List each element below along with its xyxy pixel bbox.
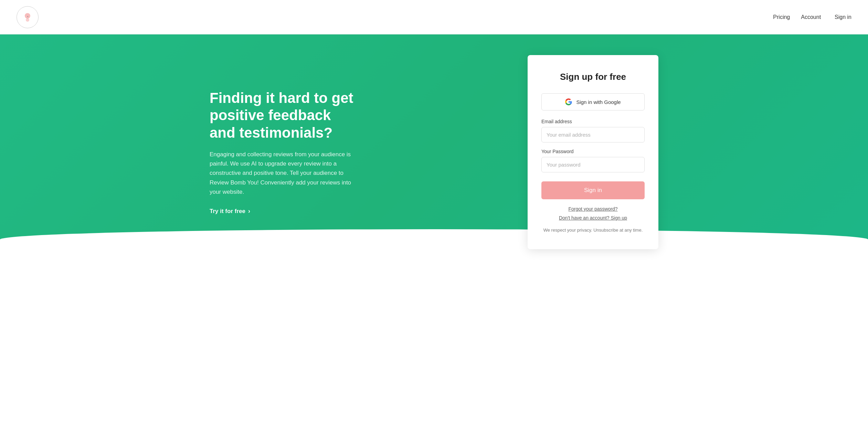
google-btn-label: Sign in with Google (576, 99, 621, 105)
hero-text-block: Finding it hard to get positive feedback… (210, 89, 355, 215)
hero-content: Finding it hard to get positive feedback… (193, 34, 675, 270)
email-form-group: Email address (541, 119, 645, 142)
signin-card: Sign up for free Sign in with Google Ema… (528, 55, 658, 249)
hero-cta-link[interactable]: Try it for free › (210, 208, 250, 215)
signin-title: Sign up for free (541, 72, 645, 82)
password-form-group: Your Password (541, 149, 645, 172)
nav-account[interactable]: Account (801, 14, 821, 20)
nav-pricing[interactable]: Pricing (773, 14, 790, 20)
svg-point-1 (26, 18, 29, 22)
forgot-password-link[interactable]: Forgot your password? (541, 206, 645, 212)
navbar: ★ Pricing Account Sign in (0, 0, 868, 34)
privacy-text: We respect your privacy. Unsubscribe at … (541, 227, 645, 233)
logo[interactable]: ★ (17, 6, 39, 28)
logo-circle: ★ (17, 6, 39, 28)
google-icon (565, 98, 572, 105)
logo-svg: ★ (21, 10, 34, 24)
signin-button[interactable]: Sign in (541, 181, 645, 199)
hero-cta-arrow: › (248, 208, 250, 215)
signup-link[interactable]: Don't have an account? Sign up (541, 215, 645, 221)
google-signin-button[interactable]: Sign in with Google (541, 93, 645, 110)
svg-text:★: ★ (27, 15, 29, 18)
password-input[interactable] (541, 157, 645, 172)
password-label: Your Password (541, 149, 645, 154)
email-label: Email address (541, 119, 645, 124)
hero-section: Finding it hard to get positive feedback… (0, 34, 868, 270)
email-input[interactable] (541, 127, 645, 142)
nav-links: Pricing Account (773, 14, 821, 20)
hero-cta-label: Try it for free (210, 208, 245, 215)
nav-signin[interactable]: Sign in (835, 14, 851, 20)
hero-description: Engaging and collecting reviews from you… (210, 150, 355, 197)
hero-headline: Finding it hard to get positive feedback… (210, 89, 355, 141)
